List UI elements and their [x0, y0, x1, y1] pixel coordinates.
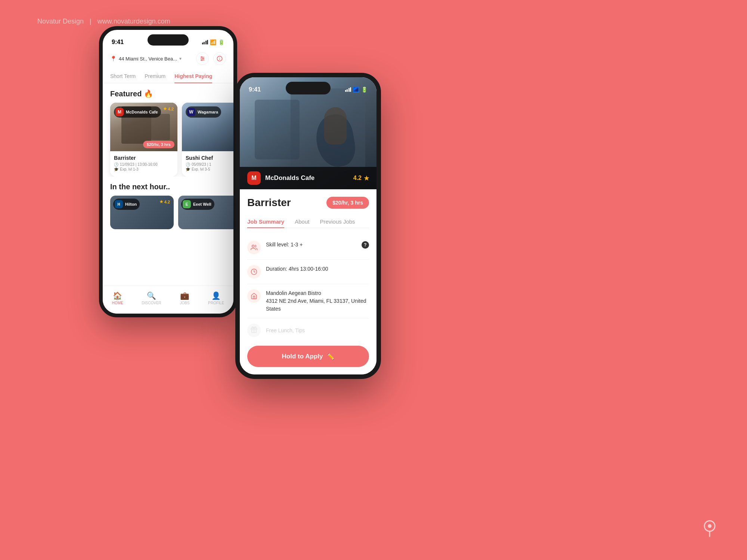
mcdonalds-logo-1: M — [115, 108, 124, 116]
restaurant-name: McDonalds Cafe — [265, 174, 314, 182]
gift-icon — [251, 326, 257, 335]
detail-duration: Duration: 4hrs 13:00-16:00 — [247, 260, 369, 284]
perks-text: Free Lunch, Tips — [266, 327, 369, 335]
next-card-bg-1: H Hilton ★ 4.2 — [110, 196, 174, 229]
hilton-badge: H Hilton — [113, 199, 140, 210]
nav-profile[interactable]: 👤 PROFILE — [208, 291, 224, 305]
next-card-hilton[interactable]: H Hilton ★ 4.2 — [110, 196, 174, 229]
next-card-bg-2: E Eeet Well — [178, 196, 233, 229]
job-card-info-2: Sushi Chef 🕐 05/09/23 | 1 🎓 Exp. lvl 3-5 — [182, 151, 233, 177]
duration-text: Duration: 4hrs 13:00-16:00 — [266, 265, 369, 273]
tab-about[interactable]: About — [295, 215, 309, 228]
location-text: 44 Miami St., Venice Bea... — [119, 56, 177, 62]
location-left[interactable]: 📍 44 Miami St., Venice Bea... ▾ — [110, 56, 182, 62]
tab-highest-paying[interactable]: Highest Paying — [174, 69, 212, 83]
job-detail-section: Barrister $20/hr, 3 hrs Job Summary Abou… — [240, 189, 376, 346]
featured-title: Featured 🔥 — [103, 83, 233, 103]
skill-level-text: Skill level: 1-3 + — [266, 241, 362, 249]
job-exp-1: 🎓 Exp. lvl 1-3 — [114, 167, 174, 171]
next-hour-title: In the next hour.. — [103, 177, 233, 196]
location-icon — [247, 289, 261, 303]
location-pin-icon: 📍 — [110, 56, 117, 62]
battery-icon-2: 🔋 — [361, 87, 368, 93]
star-icon-restaurant: ★ — [364, 175, 369, 182]
location-detail: Mandolin Aegean Bistro 4312 NE 2nd Ave, … — [266, 289, 369, 313]
status-icons-1: 📶 🔋 — [202, 39, 225, 45]
tab-short-term[interactable]: Short Term — [110, 69, 136, 83]
apply-icon: ✏️ — [326, 352, 334, 360]
battery-icon: 🔋 — [218, 39, 224, 45]
next-card-eeet[interactable]: E Eeet Well — [178, 196, 233, 229]
rating-value: 4.2 — [353, 175, 362, 181]
nav-discover-label: DISCOVER — [142, 301, 161, 305]
dynamic-island-2 — [286, 82, 331, 94]
tab-premium[interactable]: Premium — [145, 69, 165, 83]
time-2: 9:41 — [249, 86, 261, 93]
svg-point-5 — [201, 60, 202, 61]
skill-icon — [247, 241, 261, 254]
job-exp-2: 🎓 Exp. lvl 3-5 — [186, 167, 233, 171]
detail-location: Mandolin Aegean Bistro 4312 NE 2nd Ave, … — [247, 284, 369, 318]
job-title-barrister: Barrister — [114, 155, 174, 161]
website: www.novaturdesign.com — [97, 18, 170, 25]
location-bar: 📍 44 Miami St., Venice Bea... ▾ — [103, 49, 233, 69]
nav-home-label: HOME — [112, 301, 123, 305]
separator: | — [90, 18, 92, 25]
apply-button[interactable]: Hold to Apply ✏️ — [247, 346, 369, 367]
job-card-img-2: W Wagamara ★ 4.5 — [182, 103, 233, 151]
wifi-icon: 📶 — [210, 39, 216, 45]
hat-icon-2: 🎓 — [186, 167, 190, 171]
signal-icon — [202, 40, 208, 44]
rest-bar-left: M McDonalds Cafe — [247, 171, 314, 185]
clock-icon-1: 🕐 — [114, 162, 118, 167]
wifi-icon-2: 📶 — [353, 87, 359, 93]
job-date-1: 🕐 11/09/23 | 13:00-16:00 — [114, 162, 174, 167]
job-card-sushi-chef[interactable]: W Wagamara ★ 4.5 Sushi Chef 🕐 05/09/23 |… — [182, 103, 233, 177]
phone-2: 9:41 📶 🔋 — [235, 73, 381, 379]
filter-icon[interactable] — [196, 52, 209, 65]
job-card-info-1: Barrister 🕐 11/09/23 | 13:00-16:00 🎓 Exp… — [110, 151, 177, 177]
svg-point-3 — [201, 57, 202, 58]
hilton-logo: H — [115, 200, 123, 208]
hat-icon-1: 🎓 — [114, 167, 118, 171]
hilton-rating: ★ 4.2 — [159, 199, 170, 204]
signal-icon-2 — [345, 87, 351, 92]
job-card-barrister[interactable]: M McDonalds Cafe ★ 4.2 $20/hr, 3 hrs Bar… — [110, 103, 177, 177]
chevron-down-icon: ▾ — [179, 56, 182, 61]
nav-jobs[interactable]: 💼 JOBS — [180, 291, 189, 305]
question-badge[interactable]: ? — [362, 241, 369, 249]
phone2-content: 9:41 📶 🔋 — [240, 77, 376, 374]
eeet-badge: E Eeet Well — [181, 199, 214, 210]
info-icon[interactable] — [213, 52, 226, 65]
company-name: Novatur Design — [37, 18, 84, 25]
restaurant-badge-2: W Wagamara — [186, 106, 221, 118]
detail-skill-level: Skill level: 1-3 + ? — [247, 236, 369, 260]
price-tag-1: $20/hr, 3 hrs — [143, 141, 174, 148]
discover-icon: 🔍 — [147, 291, 156, 300]
skill-row: Skill level: 1-3 + ? — [266, 241, 369, 249]
dynamic-island-1 — [148, 34, 189, 46]
perks-icon — [247, 324, 261, 337]
phone-1: 9:41 📶 🔋 📍 44 Miami St., Venice Bea... ▾ — [99, 26, 237, 317]
mcdonalds-logo-2: M — [247, 171, 261, 185]
job-title-sushi-chef: Sushi Chef — [186, 155, 233, 161]
detail-perks: Free Lunch, Tips — [247, 318, 369, 342]
location-action-icons — [196, 52, 226, 65]
detail-tabs: Job Summary About Previous Jobs — [247, 215, 369, 228]
nav-profile-label: PROFILE — [208, 301, 224, 305]
featured-cards: M McDonalds Cafe ★ 4.2 $20/hr, 3 hrs Bar… — [103, 103, 233, 177]
star-icon-1: ★ — [163, 106, 167, 111]
apply-btn-label: Hold to Apply — [282, 353, 323, 360]
job-detail-header: Barrister $20/hr, 3 hrs — [247, 197, 369, 209]
category-tabs: Short Term Premium Highest Paying — [103, 69, 233, 83]
nav-discover[interactable]: 🔍 DISCOVER — [142, 291, 161, 305]
svg-point-9 — [252, 245, 254, 247]
location-name: Mandolin Aegean Bistro — [266, 289, 369, 297]
jobs-icon: 💼 — [180, 291, 189, 300]
tab-job-summary[interactable]: Job Summary — [247, 215, 284, 228]
nav-home[interactable]: 🏠 HOME — [112, 291, 123, 305]
wagamama-logo: W — [187, 108, 195, 116]
tab-previous-jobs[interactable]: Previous Jobs — [320, 215, 355, 228]
home-icon: 🏠 — [113, 291, 122, 300]
novatur-logo — [702, 519, 717, 541]
